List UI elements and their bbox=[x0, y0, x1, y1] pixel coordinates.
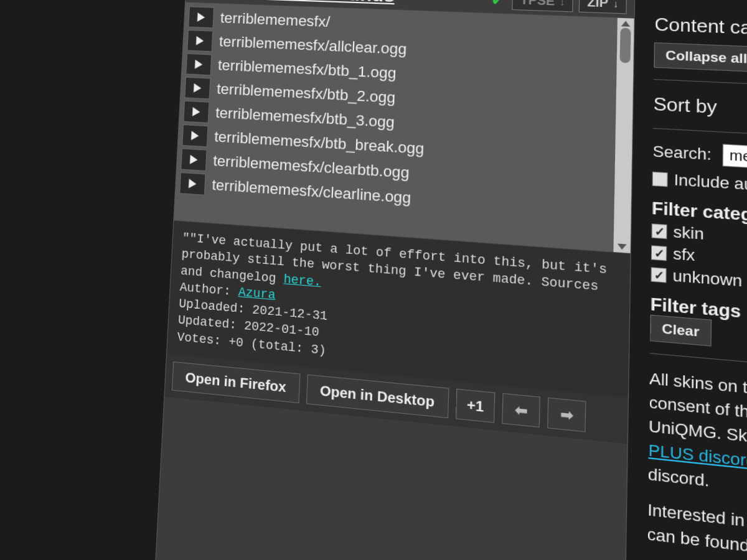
svg-marker-0 bbox=[197, 12, 205, 22]
category-checkbox[interactable] bbox=[651, 245, 667, 261]
play-icon bbox=[194, 60, 204, 69]
search-label: Search: bbox=[652, 142, 712, 164]
skin-card: Terrible Meme Sounds ✓ TPSE ZIP terrible… bbox=[147, 0, 636, 560]
play-button[interactable] bbox=[186, 54, 212, 76]
play-icon bbox=[196, 12, 206, 22]
info-line: discord. bbox=[648, 464, 710, 490]
play-button[interactable] bbox=[184, 77, 210, 100]
category-checkbox[interactable] bbox=[651, 223, 667, 239]
download-icon bbox=[612, 0, 619, 10]
play-button[interactable] bbox=[181, 148, 207, 171]
play-icon bbox=[192, 83, 202, 93]
zip-download-button[interactable]: ZIP bbox=[579, 0, 627, 14]
svg-marker-2 bbox=[195, 60, 203, 69]
play-icon bbox=[189, 155, 199, 165]
play-icon bbox=[187, 179, 197, 189]
play-button[interactable] bbox=[182, 124, 208, 147]
svg-marker-3 bbox=[194, 83, 202, 93]
svg-marker-5 bbox=[191, 131, 199, 141]
include-author-label: Include autho bbox=[674, 170, 747, 196]
category-label: skin bbox=[673, 223, 704, 244]
download-icon bbox=[558, 0, 565, 8]
category-checkbox[interactable] bbox=[651, 267, 666, 282]
category-label: sfx bbox=[673, 245, 695, 265]
play-button[interactable] bbox=[187, 30, 213, 52]
arrow-right-icon bbox=[559, 405, 575, 417]
next-button[interactable] bbox=[548, 398, 587, 432]
file-list-area: terriblememesfx/terriblememesfx/allclear… bbox=[174, 2, 634, 254]
sidebar: 1 (1) Content can be Collapse all P Sort… bbox=[637, 0, 747, 560]
file-name: terriblememesfx/btb_1.ogg bbox=[217, 57, 397, 82]
category-label: unknown bbox=[672, 266, 742, 291]
file-name: terriblememesfx/allclear.ogg bbox=[218, 33, 406, 58]
include-author-checkbox[interactable] bbox=[652, 172, 668, 187]
votes-label: Votes: bbox=[177, 330, 228, 348]
author-link[interactable]: Azura bbox=[238, 285, 276, 302]
open-desktop-button[interactable]: Open in Desktop bbox=[306, 375, 449, 419]
arrow-left-icon bbox=[514, 401, 529, 413]
scroll-down-icon[interactable] bbox=[618, 243, 627, 250]
sort-label: Sort by bbox=[653, 93, 717, 118]
file-name: terriblememesfx/ bbox=[220, 9, 330, 30]
play-icon bbox=[190, 131, 200, 141]
info-line: can be found on th bbox=[647, 525, 747, 560]
file-list: terriblememesfx/terriblememesfx/allclear… bbox=[174, 2, 618, 252]
verified-check-icon: ✓ bbox=[491, 0, 507, 10]
play-icon bbox=[195, 36, 205, 45]
svg-marker-6 bbox=[190, 155, 198, 165]
clear-tags-button[interactable]: Clear bbox=[650, 315, 711, 347]
svg-marker-4 bbox=[192, 107, 200, 117]
votes-total-post: ) bbox=[318, 343, 326, 358]
play-button[interactable] bbox=[183, 101, 209, 123]
sidebar-info-text: All skins on this si consent of the art … bbox=[646, 367, 747, 560]
changelog-link[interactable]: here. bbox=[283, 272, 321, 289]
file-name: terriblememesfx/btb_2.ogg bbox=[217, 80, 396, 106]
play-icon bbox=[191, 107, 201, 117]
collapse-all-button[interactable]: Collapse all bbox=[654, 42, 747, 72]
svg-marker-1 bbox=[196, 36, 204, 45]
file-list-scrollbar[interactable] bbox=[613, 18, 634, 253]
votes-value: +0 bbox=[228, 335, 244, 350]
svg-marker-7 bbox=[189, 179, 197, 189]
play-button[interactable] bbox=[188, 6, 214, 28]
search-input[interactable] bbox=[722, 144, 747, 174]
play-button[interactable] bbox=[179, 172, 205, 195]
tpse-download-button[interactable]: TPSE bbox=[512, 0, 574, 12]
scroll-thumb[interactable] bbox=[620, 28, 631, 63]
upvote-button[interactable]: +1 bbox=[455, 389, 495, 423]
open-firefox-button[interactable]: Open in Firefox bbox=[172, 362, 300, 403]
prev-button[interactable] bbox=[502, 393, 541, 427]
